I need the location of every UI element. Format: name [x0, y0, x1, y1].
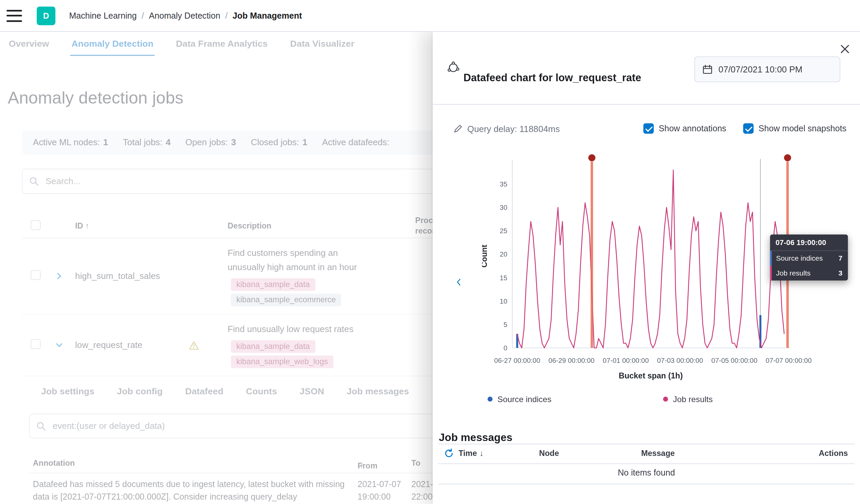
divider	[433, 104, 860, 105]
tab-overview[interactable]: Overview	[8, 31, 50, 56]
annotation-text: Datafeed has missed 5 documents due to i…	[33, 478, 354, 503]
main-tabs: Overview Anomaly Detection Data Frame An…	[8, 31, 356, 56]
chart-tooltip: 07-06 19:00:00 Source indices 7 Job resu…	[770, 235, 848, 281]
breadcrumb: Machine Learning / Anomaly Detection / J…	[69, 11, 302, 21]
svg-text:07-05 00:00:00: 07-05 00:00:00	[711, 357, 757, 364]
tab-job-config[interactable]: Job config	[117, 386, 163, 397]
tab-job-settings[interactable]: Job settings	[41, 386, 94, 397]
warning-icon	[189, 341, 199, 350]
menu-icon[interactable]	[6, 10, 22, 22]
svg-text:07-03 00:00:00: 07-03 00:00:00	[657, 357, 703, 364]
annotation-from: 2021-07-07 19:00:00	[358, 478, 401, 503]
legend-job-results[interactable]: Job results	[663, 394, 713, 404]
divider	[438, 484, 855, 484]
index-badge: kibana_sample_data	[231, 278, 315, 291]
tooltip-time: 07-06 19:00:00	[770, 235, 848, 251]
breadcrumb-item-anomaly-detection[interactable]: Anomaly Detection	[149, 11, 220, 21]
stat-active-datafeeds: Active datafeeds:	[322, 137, 393, 147]
top-header: D Machine Learning / Anomaly Detection /…	[0, 0, 860, 32]
svg-text:06-29 00:00:00: 06-29 00:00:00	[549, 357, 595, 364]
search-icon	[36, 421, 46, 431]
date-picker[interactable]: 07/07/2021 10:00 PM	[694, 57, 840, 82]
chevron-down-icon[interactable]	[55, 341, 64, 350]
tab-job-messages[interactable]: Job messages	[347, 386, 409, 397]
sort-desc-icon: ↓	[480, 449, 484, 458]
job-id[interactable]: low_request_rate	[75, 340, 143, 350]
svg-text:15: 15	[500, 274, 507, 282]
legend-source-indices[interactable]: Source indices	[488, 394, 551, 404]
column-node: Node	[539, 449, 559, 458]
stat-total-jobs: Total jobs:4	[123, 137, 171, 147]
pencil-icon	[454, 124, 463, 135]
breadcrumb-item-machine-learning[interactable]: Machine Learning	[69, 11, 137, 21]
svg-text:25: 25	[500, 227, 507, 235]
tab-data-visualizer[interactable]: Data Visualizer	[289, 31, 356, 56]
refresh-icon[interactable]	[444, 448, 454, 459]
breadcrumb-item-job-management: Job Management	[232, 11, 302, 21]
stat-active-ml-nodes: Active ML nodes:1	[33, 137, 108, 147]
search-icon	[29, 176, 39, 186]
chevron-right-icon[interactable]	[55, 272, 64, 281]
breadcrumb-separator: /	[142, 11, 144, 21]
svg-text:30: 30	[500, 204, 507, 211]
date-picker-value: 07/07/2021 10:00 PM	[718, 64, 802, 74]
select-all-checkbox[interactable]	[31, 220, 41, 230]
svg-text:Count: Count	[482, 245, 489, 268]
svg-text:5: 5	[503, 321, 507, 328]
svg-text:10: 10	[500, 298, 507, 305]
ml-job-icon	[447, 61, 459, 76]
job-id[interactable]: high_sum_total_sales	[75, 271, 160, 281]
close-icon[interactable]	[836, 40, 854, 58]
column-from[interactable]: From ↑	[358, 459, 360, 468]
index-badges: kibana_sample_data kibana_sample_web_log…	[231, 340, 393, 368]
show-annotations-checkbox[interactable]: Show annotations	[644, 123, 727, 134]
column-id[interactable]: ID ↑	[67, 221, 206, 230]
index-badge: kibana_sample_web_logs	[231, 355, 333, 368]
tab-counts[interactable]: Counts	[246, 386, 277, 397]
flyout-title: Datafeed chart for low_request_rate	[463, 72, 642, 84]
legend-dot	[488, 397, 493, 402]
column-message: Message	[641, 449, 675, 458]
breadcrumb-separator: /	[225, 11, 228, 21]
show-model-snapshots-checkbox[interactable]: Show model snapshots	[743, 123, 846, 134]
tooltip-row-source-indices: Source indices 7	[770, 251, 848, 266]
job-detail-tabs: Job settings Job config Datafeed Counts …	[41, 386, 409, 397]
index-badges: kibana_sample_data kibana_sample_ecommer…	[231, 278, 393, 306]
row-checkbox[interactable]	[31, 270, 41, 280]
datafeed-chart-flyout: Datafeed chart for low_request_rate 07/0…	[433, 31, 860, 504]
svg-text:0: 0	[503, 344, 507, 352]
sort-asc-icon: ↑	[85, 221, 89, 230]
column-time[interactable]: Time ↓	[458, 449, 484, 458]
tab-anomaly-detection[interactable]: Anomaly Detection	[71, 31, 155, 56]
empty-table-message: No items found	[433, 468, 860, 478]
job-messages-table-header: Time ↓ Node Message Actions	[438, 444, 855, 464]
svg-text:07-07 00:00:00: 07-07 00:00:00	[766, 357, 812, 364]
svg-text:07-01 00:00:00: 07-01 00:00:00	[603, 357, 649, 364]
index-badge: kibana_sample_ecommerce	[231, 294, 341, 306]
column-annotation: Annotation	[33, 459, 75, 468]
stat-open-jobs: Open jobs:3	[185, 137, 236, 147]
checkbox-checked-icon	[644, 123, 654, 134]
space-avatar[interactable]: D	[37, 6, 55, 25]
job-description: Find unusually low request rates	[228, 322, 369, 337]
index-badge: kibana_sample_data	[231, 340, 315, 353]
job-messages-heading: Job messages	[439, 431, 513, 443]
svg-text:Bucket span (1h): Bucket span (1h)	[619, 371, 683, 380]
chevron-left-icon[interactable]	[452, 275, 467, 290]
tab-json[interactable]: JSON	[300, 386, 324, 397]
svg-text:20: 20	[500, 251, 507, 258]
checkbox-checked-icon	[743, 123, 754, 134]
tab-data-frame-analytics[interactable]: Data Frame Analytics	[175, 31, 269, 56]
svg-text:06-27 00:00:00: 06-27 00:00:00	[494, 357, 540, 364]
sort-asc-icon: ↑	[360, 461, 364, 470]
svg-text:35: 35	[500, 180, 507, 188]
column-description: Description	[206, 221, 393, 230]
column-actions: Actions	[819, 449, 848, 458]
row-checkbox[interactable]	[31, 339, 41, 349]
tab-datafeed[interactable]: Datafeed	[185, 386, 223, 397]
stat-closed-jobs: Closed jobs:1	[251, 137, 307, 147]
calendar-icon	[702, 64, 712, 74]
job-description: Find customers spending an unusually hig…	[228, 246, 369, 275]
app-viewport: D Machine Learning / Anomaly Detection /…	[0, 0, 860, 504]
legend-dot	[663, 397, 668, 402]
